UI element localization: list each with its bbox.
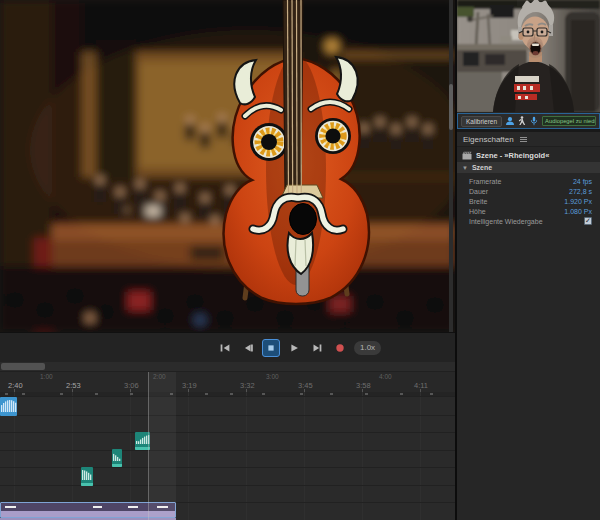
ruler-tick xyxy=(420,389,421,392)
calibrate-button[interactable]: Kalibrieren xyxy=(461,116,502,127)
ruler-tick xyxy=(188,389,189,392)
property-label: Breite xyxy=(469,198,487,205)
stage-background-photo xyxy=(0,0,455,332)
ruler-tick xyxy=(72,389,73,392)
scene-section-header[interactable]: ▼ Szene xyxy=(457,162,600,173)
ruler-tick xyxy=(246,389,247,392)
property-row: Höhe1.080 Px xyxy=(457,206,600,216)
track-separator xyxy=(0,485,455,486)
ruler-time-label: 3:19 xyxy=(182,381,197,390)
mic-status-indicator: Audiopegel zu niedrig xyxy=(542,116,596,126)
frame-back-button[interactable] xyxy=(239,339,257,357)
ruler-time-label: 2:40 xyxy=(8,381,23,390)
character-mouth xyxy=(290,204,317,235)
playback-speed[interactable]: 1.0x xyxy=(354,341,381,355)
property-value[interactable]: 1.920 Px xyxy=(564,198,592,205)
track-separator xyxy=(0,432,455,433)
navigator-time-label: 3:00 xyxy=(266,373,279,380)
microphone-icon[interactable] xyxy=(529,116,539,126)
property-row: Framerate24 fps xyxy=(457,176,600,186)
timeline-tracks[interactable] xyxy=(0,392,455,520)
track-separator xyxy=(0,450,455,451)
character-animator-window: 1.0x 1:002:003:004:002:402:533:063:193:3… xyxy=(0,0,600,520)
stage-viewport[interactable] xyxy=(0,0,455,332)
ruler-tick xyxy=(304,389,305,392)
gridline xyxy=(304,392,305,520)
right-panel: Kalibrieren Audiopegel zu niedrig Eigens… xyxy=(457,0,600,520)
record-button[interactable] xyxy=(331,339,349,357)
ruler-time-label: 3:58 xyxy=(356,381,371,390)
gridline xyxy=(72,392,73,520)
summary-dash xyxy=(95,393,98,395)
timeline-panel: 1:002:003:004:002:402:533:063:193:323:45… xyxy=(0,362,455,520)
properties-tab-bar: Eigenschaften xyxy=(457,132,600,147)
face-tracking-icon[interactable] xyxy=(505,116,515,126)
summary-dash xyxy=(330,393,333,395)
summary-dash xyxy=(300,393,303,395)
ruler-tick xyxy=(14,389,15,392)
panel-menu-icon[interactable] xyxy=(520,137,527,142)
property-label: Intelligente Wiedergabe xyxy=(469,218,543,225)
stage-scrollbar[interactable] xyxy=(449,0,453,332)
character-left-eye xyxy=(250,123,288,161)
take-clip-3[interactable] xyxy=(81,467,93,486)
summary-dash xyxy=(365,393,368,395)
summary-dash xyxy=(60,393,63,395)
chevron-down-icon: ▼ xyxy=(462,165,468,171)
stage-scrollbar-thumb[interactable] xyxy=(449,84,453,130)
summary-dash xyxy=(230,393,233,395)
property-row: Intelligente Wiedergabe✓ xyxy=(457,216,600,226)
property-label: Höhe xyxy=(469,208,486,215)
property-value[interactable]: 272,8 s xyxy=(569,188,592,195)
take-clip-2[interactable] xyxy=(112,449,122,467)
go-to-start-button[interactable] xyxy=(216,339,234,357)
navigator-time-label: 4:00 xyxy=(379,373,392,380)
track-marker xyxy=(128,506,138,508)
gridline xyxy=(420,392,421,520)
gridline xyxy=(246,392,247,520)
body-tracking-icon[interactable] xyxy=(517,116,527,126)
property-row: Dauer272,8 s xyxy=(457,186,600,196)
stage-scene xyxy=(0,0,455,332)
audio-clip-blue[interactable] xyxy=(0,397,17,416)
scene-title: Szene - »Rheingold« xyxy=(476,151,549,160)
transport-toolbar: 1.0x xyxy=(0,332,455,362)
summary-dash xyxy=(22,393,25,395)
track-separator xyxy=(0,467,455,468)
tab-eigenschaften[interactable]: Eigenschaften xyxy=(463,135,514,144)
ruler-time-label: 3:06 xyxy=(124,381,139,390)
summary-dash xyxy=(430,393,433,395)
track-marker xyxy=(93,506,102,508)
gridline xyxy=(362,392,363,520)
play-button[interactable] xyxy=(285,339,303,357)
frame-forward-button[interactable] xyxy=(308,339,326,357)
ruler-time-label: 2:53 xyxy=(66,381,81,390)
transport-controls: 1.0x xyxy=(216,338,381,358)
stop-button[interactable] xyxy=(262,339,280,357)
scene-properties: Framerate24 fpsDauer272,8 sBreite1.920 P… xyxy=(457,176,600,226)
ruler-time-label: 3:32 xyxy=(240,381,255,390)
navigator-time-label: 1:00 xyxy=(40,373,53,380)
gridline xyxy=(188,392,189,520)
ruler-time-label: 4:11 xyxy=(414,381,428,390)
property-row: Breite1.920 Px xyxy=(457,196,600,206)
gridline xyxy=(130,392,131,520)
property-label: Dauer xyxy=(469,188,488,195)
clapperboard-icon xyxy=(462,151,472,160)
timeline-navigator-handle[interactable] xyxy=(1,363,45,370)
summary-dash xyxy=(400,393,403,395)
track-separator xyxy=(0,396,455,397)
summary-dash xyxy=(205,393,208,395)
ruler-tick xyxy=(362,389,363,392)
webcam-preview xyxy=(457,0,600,112)
timeline-navigator[interactable] xyxy=(0,362,455,372)
ruler-tick xyxy=(130,389,131,392)
summary-dash xyxy=(130,393,133,395)
property-label: Framerate xyxy=(469,178,501,185)
scene-header-row: Szene - »Rheingold« xyxy=(457,149,600,161)
playhead[interactable] xyxy=(148,372,176,520)
property-value[interactable]: 1.080 Px xyxy=(564,208,592,215)
property-value[interactable]: 24 fps xyxy=(573,178,592,185)
smart-playback-checkbox[interactable]: ✓ xyxy=(584,217,592,225)
track-marker xyxy=(5,506,16,508)
